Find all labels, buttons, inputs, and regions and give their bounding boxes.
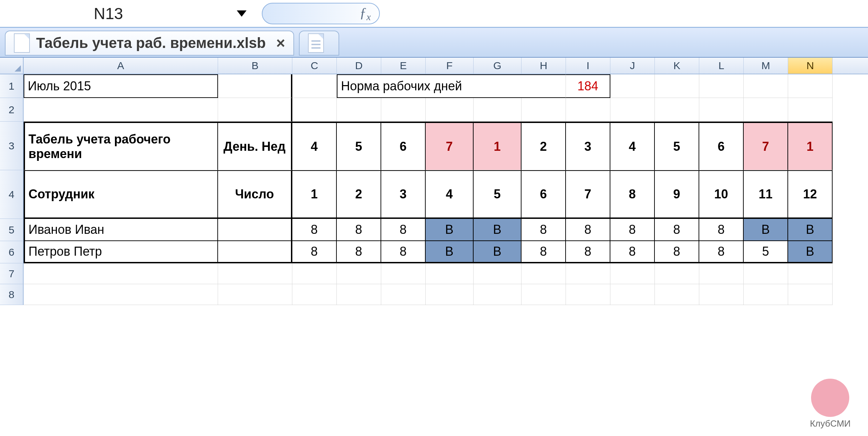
cell[interactable] [655, 74, 699, 98]
cell[interactable] [218, 98, 292, 122]
cell[interactable] [744, 263, 788, 284]
cell[interactable]: 8 [337, 219, 381, 241]
cell[interactable]: 6 [699, 122, 744, 170]
cell[interactable] [566, 284, 610, 305]
cell[interactable]: 5 [337, 122, 381, 170]
cell[interactable]: В [474, 219, 521, 241]
row-header[interactable]: 4 [0, 170, 24, 219]
cell[interactable] [699, 74, 744, 98]
cell[interactable]: 7 [744, 122, 788, 170]
column-header-J[interactable]: J [610, 58, 655, 74]
cell[interactable] [566, 263, 610, 284]
column-header-A[interactable]: A [24, 58, 218, 74]
cell[interactable]: 7 [566, 170, 610, 219]
column-header-L[interactable]: L [699, 58, 744, 74]
cell[interactable]: 1 [292, 170, 337, 219]
cell[interactable] [337, 98, 381, 122]
cell[interactable] [337, 284, 381, 305]
dropdown-icon[interactable] [237, 10, 247, 17]
cell[interactable] [426, 263, 474, 284]
cell[interactable] [474, 98, 521, 122]
cell[interactable] [744, 284, 788, 305]
cell[interactable]: 6 [521, 170, 566, 219]
cell[interactable] [381, 98, 426, 122]
cell[interactable] [788, 263, 833, 284]
cell[interactable] [610, 74, 655, 98]
cell[interactable] [218, 241, 292, 263]
cell[interactable]: Петров Петр [24, 241, 218, 263]
cell[interactable] [699, 263, 744, 284]
column-header-D[interactable]: D [337, 58, 381, 74]
cell[interactable] [699, 98, 744, 122]
cell[interactable]: 8 [521, 241, 566, 263]
cell[interactable] [610, 263, 655, 284]
column-header-I[interactable]: I [566, 58, 610, 74]
column-header-H[interactable]: H [521, 58, 566, 74]
cell[interactable]: 8 [337, 241, 381, 263]
cell[interactable] [655, 98, 699, 122]
cell[interactable] [655, 263, 699, 284]
cell[interactable]: 2 [337, 170, 381, 219]
column-header-N[interactable]: N [788, 58, 833, 74]
cell[interactable] [610, 284, 655, 305]
cell[interactable]: 11 [744, 170, 788, 219]
cell[interactable]: 184 [566, 74, 610, 98]
cell[interactable]: В [426, 241, 474, 263]
cell[interactable]: 9 [655, 170, 699, 219]
cell[interactable]: 3 [381, 170, 426, 219]
cell[interactable]: 8 [655, 219, 699, 241]
cell[interactable]: 8 [292, 241, 337, 263]
cell[interactable]: В [426, 219, 474, 241]
cell[interactable] [474, 284, 521, 305]
cell[interactable]: В [788, 241, 833, 263]
cell[interactable]: 8 [699, 219, 744, 241]
cell[interactable]: Сотрудник [24, 170, 218, 219]
select-all-corner[interactable] [0, 58, 24, 74]
cell[interactable]: 8 [566, 219, 610, 241]
cell[interactable]: 3 [566, 122, 610, 170]
document-tab-active[interactable]: Табель учета раб. времени.xlsb × [5, 31, 294, 56]
cell[interactable] [24, 263, 218, 284]
cell[interactable] [292, 74, 337, 98]
column-header-G[interactable]: G [474, 58, 521, 74]
row-header[interactable]: 8 [0, 284, 24, 305]
cell[interactable]: Норма рабочих дней [337, 74, 566, 98]
cell[interactable] [521, 284, 566, 305]
cell[interactable]: Иванов Иван [24, 219, 218, 241]
cell[interactable]: Табель учета рабочего времени [24, 122, 218, 170]
cell[interactable] [381, 284, 426, 305]
cell[interactable] [521, 98, 566, 122]
column-header-C[interactable]: C [292, 58, 337, 74]
row-header[interactable]: 3 [0, 122, 24, 170]
cell[interactable]: 4 [292, 122, 337, 170]
cell[interactable]: 5 [655, 122, 699, 170]
row-header[interactable]: 6 [0, 241, 24, 263]
cell[interactable] [292, 263, 337, 284]
cell[interactable] [566, 98, 610, 122]
cell[interactable]: Число [218, 170, 292, 219]
cell[interactable]: 1 [788, 122, 833, 170]
cell[interactable] [426, 98, 474, 122]
cell[interactable]: В [788, 219, 833, 241]
cell[interactable]: 5 [744, 241, 788, 263]
cell[interactable] [788, 98, 833, 122]
column-header-F[interactable]: F [426, 58, 474, 74]
row-header[interactable]: 1 [0, 74, 24, 98]
cell[interactable] [744, 74, 788, 98]
column-header-K[interactable]: K [655, 58, 699, 74]
cell[interactable]: 10 [699, 170, 744, 219]
cell[interactable] [610, 98, 655, 122]
column-header-B[interactable]: B [218, 58, 292, 74]
cell[interactable]: День. Нед [218, 122, 292, 170]
row-header[interactable]: 5 [0, 219, 24, 241]
name-box[interactable]: N13 [94, 4, 253, 23]
cell[interactable] [699, 284, 744, 305]
cell[interactable] [218, 74, 292, 98]
cell[interactable]: 8 [699, 241, 744, 263]
cell[interactable] [788, 74, 833, 98]
cell[interactable]: 2 [521, 122, 566, 170]
cell[interactable]: Июль 2015 [24, 74, 218, 98]
cell[interactable]: 8 [610, 241, 655, 263]
cell[interactable] [218, 263, 292, 284]
column-header-M[interactable]: M [744, 58, 788, 74]
